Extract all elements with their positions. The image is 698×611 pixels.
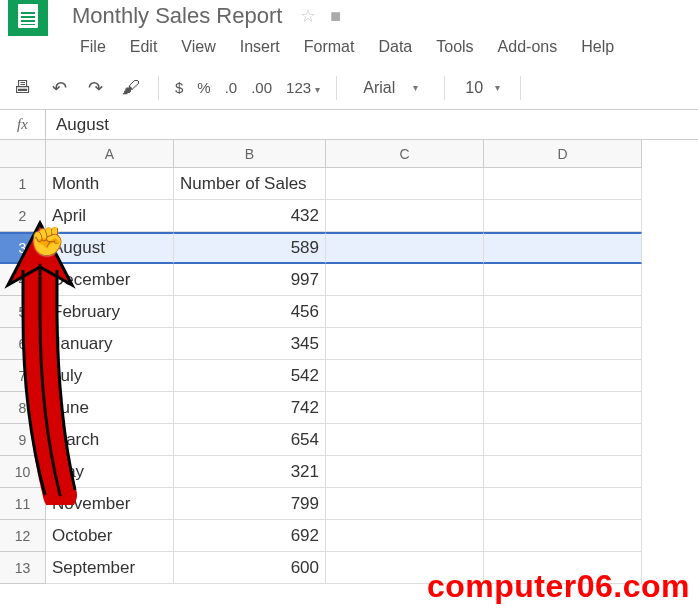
cell[interactable]	[326, 200, 484, 232]
cell[interactable]: Month	[46, 168, 174, 200]
cell[interactable]: 654	[174, 424, 326, 456]
percent-button[interactable]: %	[193, 79, 214, 96]
cell[interactable]	[484, 488, 642, 520]
cell[interactable]: December	[46, 264, 174, 296]
cell[interactable]	[326, 424, 484, 456]
cell[interactable]: 589	[174, 232, 326, 264]
cell[interactable]	[484, 328, 642, 360]
cell[interactable]	[326, 264, 484, 296]
menu-insert[interactable]: Insert	[240, 38, 280, 56]
cell[interactable]: May	[46, 456, 174, 488]
cell[interactable]	[484, 168, 642, 200]
row-header[interactable]: 3	[0, 232, 46, 264]
col-header-D[interactable]: D	[484, 140, 642, 168]
row-header[interactable]: 5	[0, 296, 46, 328]
menu-data[interactable]: Data	[378, 38, 412, 56]
cell[interactable]	[484, 296, 642, 328]
cell[interactable]	[326, 296, 484, 328]
row-header[interactable]: 4	[0, 264, 46, 296]
select-all-corner[interactable]	[0, 140, 46, 168]
cell[interactable]: 997	[174, 264, 326, 296]
table-row: December997	[46, 264, 698, 296]
row-header[interactable]: 6	[0, 328, 46, 360]
star-icon[interactable]: ☆	[300, 5, 316, 27]
cell[interactable]	[326, 456, 484, 488]
redo-icon[interactable]: ↷	[80, 73, 110, 103]
menu-format[interactable]: Format	[304, 38, 355, 56]
cell[interactable]: 456	[174, 296, 326, 328]
cell[interactable]	[484, 200, 642, 232]
cell[interactable]	[326, 360, 484, 392]
row-header[interactable]: 10	[0, 456, 46, 488]
cell[interactable]	[484, 392, 642, 424]
table-row: June742	[46, 392, 698, 424]
increase-decimal-button[interactable]: .00	[247, 79, 276, 96]
cell[interactable]	[484, 456, 642, 488]
cell[interactable]: 742	[174, 392, 326, 424]
row-header[interactable]: 7	[0, 360, 46, 392]
cell[interactable]: 799	[174, 488, 326, 520]
cell[interactable]: September	[46, 552, 174, 584]
print-icon[interactable]: 🖶	[8, 73, 38, 103]
cell[interactable]: Number of Sales	[174, 168, 326, 200]
cell[interactable]: 321	[174, 456, 326, 488]
cell[interactable]: 542	[174, 360, 326, 392]
table-row: February456	[46, 296, 698, 328]
fx-label[interactable]: fx	[0, 110, 46, 139]
paint-format-icon[interactable]: 🖌	[116, 73, 146, 103]
menu-edit[interactable]: Edit	[130, 38, 158, 56]
menu-view[interactable]: View	[181, 38, 215, 56]
menu-addons[interactable]: Add-ons	[498, 38, 558, 56]
cell[interactable]: August	[46, 232, 174, 264]
chevron-down-icon: ▾	[495, 82, 500, 93]
format-123-button[interactable]: 123 ▾	[282, 79, 324, 96]
col-header-A[interactable]: A	[46, 140, 174, 168]
cell[interactable]	[326, 168, 484, 200]
decrease-decimal-button[interactable]: .0	[221, 79, 242, 96]
cell[interactable]: February	[46, 296, 174, 328]
formula-input[interactable]: August	[46, 115, 698, 135]
cell[interactable]: 432	[174, 200, 326, 232]
cell[interactable]: June	[46, 392, 174, 424]
row-header[interactable]: 8	[0, 392, 46, 424]
cell[interactable]: March	[46, 424, 174, 456]
font-select[interactable]: Arial▾	[349, 79, 432, 97]
cell[interactable]	[326, 520, 484, 552]
col-header-C[interactable]: C	[326, 140, 484, 168]
cell[interactable]	[326, 392, 484, 424]
cell[interactable]	[484, 424, 642, 456]
menu-help[interactable]: Help	[581, 38, 614, 56]
menubar: File Edit View Insert Format Data Tools …	[8, 32, 698, 66]
cell[interactable]	[484, 360, 642, 392]
table-row: October692	[46, 520, 698, 552]
cell[interactable]	[326, 328, 484, 360]
row-header[interactable]: 2	[0, 200, 46, 232]
folder-icon[interactable]: ■	[330, 6, 341, 27]
currency-button[interactable]: $	[171, 79, 187, 96]
cell[interactable]	[484, 520, 642, 552]
cell[interactable]: January	[46, 328, 174, 360]
cell[interactable]	[484, 264, 642, 296]
cell[interactable]: October	[46, 520, 174, 552]
cell[interactable]: 600	[174, 552, 326, 584]
cell[interactable]: November	[46, 488, 174, 520]
row-header[interactable]: 1	[0, 168, 46, 200]
cell[interactable]	[484, 232, 642, 264]
sheets-logo[interactable]	[8, 0, 48, 36]
row-header[interactable]: 12	[0, 520, 46, 552]
menu-file[interactable]: File	[80, 38, 106, 56]
cell[interactable]	[326, 488, 484, 520]
cell[interactable]: 692	[174, 520, 326, 552]
row-header[interactable]: 13	[0, 552, 46, 584]
cell[interactable]: July	[46, 360, 174, 392]
cell[interactable]: 345	[174, 328, 326, 360]
row-header[interactable]: 9	[0, 424, 46, 456]
cell[interactable]	[326, 232, 484, 264]
cell[interactable]: April	[46, 200, 174, 232]
menu-tools[interactable]: Tools	[436, 38, 473, 56]
undo-icon[interactable]: ↶	[44, 73, 74, 103]
font-size-select[interactable]: 10▾	[457, 79, 508, 97]
row-header[interactable]: 11	[0, 488, 46, 520]
col-header-B[interactable]: B	[174, 140, 326, 168]
doc-title[interactable]: Monthly Sales Report	[72, 3, 282, 29]
